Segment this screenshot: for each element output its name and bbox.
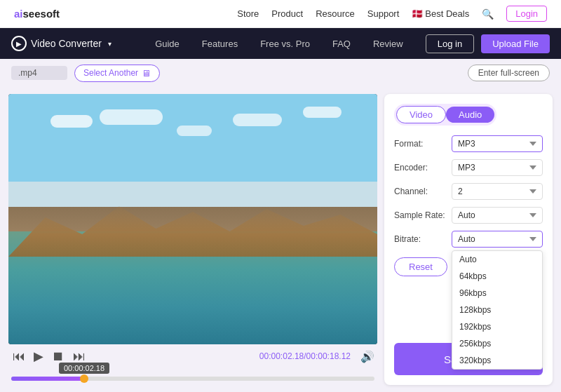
app-logo-icon: ▶ <box>11 36 27 51</box>
nav-guide[interactable]: Guide <box>144 39 191 49</box>
bitrate-row: Bitrate: Auto Auto 64kbps 96kbps 128kbps… <box>394 231 543 248</box>
sample-rate-select[interactable]: Auto <box>452 207 543 224</box>
nav-support[interactable]: Support <box>367 8 400 19</box>
app-name: Video Converter <box>31 38 102 49</box>
bitrate-option-96[interactable]: 96kbps <box>452 285 542 302</box>
bitrate-option-192[interactable]: 192kbps <box>452 318 542 335</box>
select-another-button[interactable]: Select Another 🖥 <box>74 65 160 82</box>
toolbar: .mp4 Select Another 🖥 Enter full-screen <box>0 59 561 87</box>
file-name: .mp4 <box>11 66 67 80</box>
cloud-3 <box>177 126 212 136</box>
full-screen-button[interactable]: Enter full-screen <box>468 65 550 81</box>
app-logo[interactable]: ▶ Video Converter ▾ <box>11 36 111 51</box>
stop-button[interactable]: ⏹ <box>50 349 66 364</box>
format-select[interactable]: MP3 <box>452 135 543 152</box>
secondary-nav-right: Log in Upload File <box>426 34 550 53</box>
mountain-overlay <box>8 201 377 257</box>
encoder-row: Encoder: MP3 <box>394 159 543 176</box>
encoder-label: Encoder: <box>394 163 452 173</box>
progress-thumb[interactable] <box>80 374 88 383</box>
logo-ai: aiseesoft <box>14 8 60 20</box>
bitrate-label: Bitrate: <box>394 234 452 244</box>
video-area: ⏮ ▶ ⏹ ⏭ 00:00:02.18/00:00:18.12 🔊 00:00:… <box>0 87 384 392</box>
format-label: Format: <box>394 139 452 149</box>
progress-bar[interactable] <box>11 377 374 381</box>
channel-label: Channel: <box>394 187 452 196</box>
video-thumbnail <box>8 94 377 344</box>
bitrate-select[interactable]: Auto <box>452 231 543 248</box>
upload-file-button[interactable]: Upload File <box>481 34 550 53</box>
nav-resource[interactable]: Resource <box>316 8 355 19</box>
top-nav: aiseesoft Store Product Resource Support… <box>0 0 561 28</box>
rewind-button[interactable]: ⏮ <box>11 349 27 364</box>
nav-best-deals[interactable]: 🇩🇰 Best Deals <box>412 8 469 19</box>
nav-review[interactable]: Review <box>362 39 414 49</box>
nav-product[interactable]: Product <box>271 8 303 19</box>
login-button[interactable]: Login <box>506 6 547 22</box>
bitrate-option-auto[interactable]: Auto <box>452 251 542 268</box>
audio-tab[interactable]: Audio <box>446 107 494 123</box>
settings-panel: Video Audio Format: MP3 Encoder: MP3 Cha… <box>384 94 553 385</box>
video-tab[interactable]: Video <box>396 106 446 123</box>
tab-switcher: Video Audio <box>394 104 496 126</box>
time-display: 00:00:02.18/00:00:18.12 <box>259 351 351 361</box>
secondary-nav: ▶ Video Converter ▾ Guide Features Free … <box>0 28 561 59</box>
channel-select[interactable]: 2 <box>452 183 543 200</box>
volume-icon[interactable]: 🔊 <box>360 350 374 363</box>
format-row: Format: MP3 <box>394 135 543 152</box>
cloud-4 <box>233 114 282 126</box>
fast-forward-button[interactable]: ⏭ <box>72 349 87 364</box>
cloud-5 <box>303 107 342 118</box>
chevron-down-icon: ▾ <box>108 40 111 48</box>
monitor-icon: 🖥 <box>142 68 151 79</box>
progress-area: 00:00:02.18 <box>8 367 377 385</box>
play-button[interactable]: ▶ <box>32 349 45 364</box>
main-content: ⏮ ▶ ⏹ ⏭ 00:00:02.18/00:00:18.12 🔊 00:00:… <box>0 87 561 392</box>
logo: aiseesoft <box>14 8 60 20</box>
nav-store[interactable]: Store <box>237 8 259 19</box>
reset-button[interactable]: Reset <box>394 257 447 276</box>
channel-row: Channel: 2 <box>394 183 543 200</box>
sample-rate-row: Sample Rate: Auto <box>394 207 543 224</box>
cloud-2 <box>100 109 163 125</box>
nav-free-vs-pro[interactable]: Free vs. Pro <box>249 39 321 49</box>
encoder-select[interactable]: MP3 <box>452 159 543 176</box>
flag-icon: 🇩🇰 <box>412 8 423 19</box>
top-nav-links: Store Product Resource Support 🇩🇰 Best D… <box>237 6 547 22</box>
cloud-1 <box>50 115 93 128</box>
log-in-button[interactable]: Log in <box>426 34 474 53</box>
sample-rate-label: Sample Rate: <box>394 210 452 220</box>
search-button[interactable]: 🔍 <box>482 8 494 20</box>
bitrate-option-256[interactable]: 256kbps <box>452 335 542 352</box>
progress-fill <box>11 377 84 381</box>
secondary-nav-links: Guide Features Free vs. Pro FAQ Review <box>133 39 426 49</box>
bitrate-option-64[interactable]: 64kbps <box>452 268 542 285</box>
bitrate-dropdown: Auto 64kbps 96kbps 128kbps 192kbps 256kb… <box>452 250 543 370</box>
current-time: 00:00:02.18 <box>259 351 304 361</box>
select-another-label: Select Another <box>83 68 138 78</box>
nav-faq[interactable]: FAQ <box>321 39 362 49</box>
total-time: 00:00:18.12 <box>306 351 351 361</box>
bitrate-option-128[interactable]: 128kbps <box>452 302 542 318</box>
time-tooltip: 00:00:02.18 <box>59 363 109 374</box>
toolbar-left: .mp4 Select Another 🖥 <box>11 65 160 82</box>
nav-features[interactable]: Features <box>191 39 249 49</box>
bitrate-option-320[interactable]: 320kbps <box>452 352 542 369</box>
video-container <box>8 94 377 344</box>
